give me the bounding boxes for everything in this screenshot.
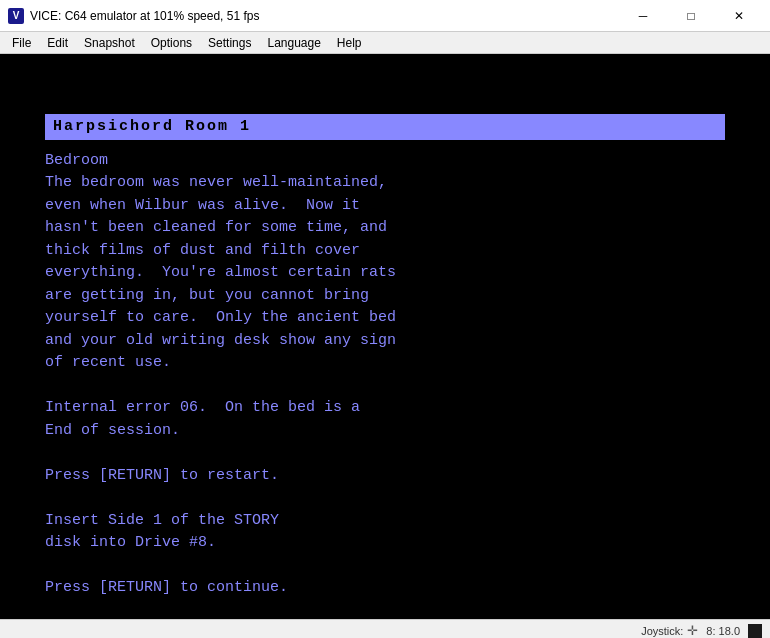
joystick-label: Joystick: <box>641 625 683 637</box>
joystick-icon: ✛ <box>687 623 698 638</box>
menu-options[interactable]: Options <box>143 32 200 54</box>
joystick-status: Joystick: ✛ <box>641 623 698 638</box>
status-bar: Joystick: ✛ 8: 18.0 <box>0 619 770 638</box>
drive-status: 8: 18.0 <box>706 625 740 637</box>
menu-bar: File Edit Snapshot Options Settings Lang… <box>0 32 770 54</box>
restore-button[interactable]: □ <box>668 1 714 31</box>
window-controls: ─ □ ✕ <box>620 1 762 31</box>
title-bar: V VICE: C64 emulator at 101% speed, 51 f… <box>0 0 770 32</box>
c64-title: Harpsichord Room 1 <box>45 114 725 140</box>
menu-file[interactable]: File <box>4 32 39 54</box>
close-button[interactable]: ✕ <box>716 1 762 31</box>
app-icon: V <box>8 8 24 24</box>
emulator-screen[interactable]: Harpsichord Room 1 Bedroom The bedroom w… <box>0 54 770 619</box>
menu-settings[interactable]: Settings <box>200 32 259 54</box>
menu-language[interactable]: Language <box>259 32 328 54</box>
menu-edit[interactable]: Edit <box>39 32 76 54</box>
drive-led <box>748 624 762 638</box>
minimize-button[interactable]: ─ <box>620 1 666 31</box>
window-title: VICE: C64 emulator at 101% speed, 51 fps <box>30 9 620 23</box>
c64-display: Harpsichord Room 1 Bedroom The bedroom w… <box>45 114 725 600</box>
menu-help[interactable]: Help <box>329 32 370 54</box>
c64-content: Bedroom The bedroom was never well-maint… <box>45 150 725 600</box>
menu-snapshot[interactable]: Snapshot <box>76 32 143 54</box>
